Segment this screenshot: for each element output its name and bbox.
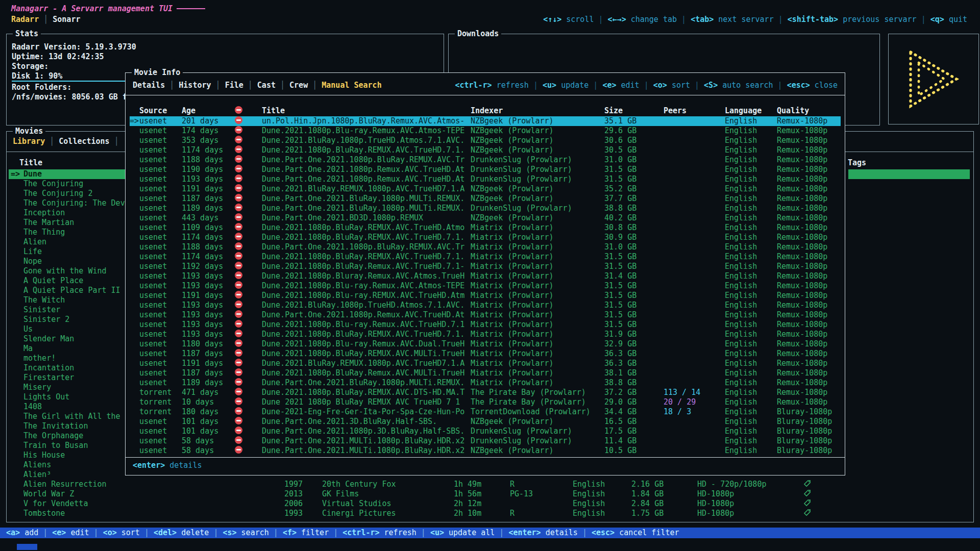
movie-list-item[interactable]: The Girl with All the — [9, 412, 126, 421]
movie-list-item[interactable]: Aliens — [9, 460, 126, 470]
tag-icon — [803, 499, 811, 509]
movie-list-item[interactable]: Us — [9, 324, 126, 334]
movie-list-item[interactable]: =>Dune — [9, 169, 126, 179]
search-result-row[interactable]: usenet101 daysDune.Part.One.2021.3D.BluR… — [130, 417, 841, 427]
search-result-row[interactable]: usenet443 daysDune.Part.One.2021.BD3D.10… — [130, 213, 841, 223]
movie-list-item[interactable]: The Conjuring 2 — [9, 189, 126, 198]
movie-list-item[interactable]: The Conjuring — [9, 179, 126, 189]
movie-list-item[interactable]: Alien Resurrection — [9, 480, 126, 489]
search-result-row[interactable]: torrent180 daysDune-2021-Eng-Fre-Ger-Ita… — [130, 407, 841, 417]
search-result-row[interactable]: usenet174 daysDune.2021.1080p.Blu-ray.Re… — [130, 126, 841, 136]
movie-language: English — [573, 489, 605, 499]
search-result-row[interactable]: usenet1193 daysDune.Part.One.2021.1080p.… — [130, 174, 841, 184]
movie-list-item[interactable]: Sinister — [9, 305, 126, 315]
result-size: 37.7 GB — [604, 194, 636, 204]
movie-list-item[interactable]: The Orphanage — [9, 431, 126, 441]
search-result-row[interactable]: usenet101 daysDune.Part.One.2021.1080p.3… — [130, 427, 841, 436]
search-result-row[interactable]: =>usenet201 daysun.Pol.Hin.Jpn.1080p.Blu… — [130, 116, 841, 126]
search-result-row[interactable]: torrent471 daysDune.2021.1080p.BluRay.RE… — [130, 388, 841, 397]
movie-list-item[interactable]: Firestarter — [9, 373, 126, 383]
result-source: usenet — [139, 116, 167, 126]
movie-year: 1997 — [284, 480, 303, 489]
keybind-key: <u> — [430, 528, 444, 537]
result-peers: 113 / 14 — [664, 388, 700, 397]
movie-list-item[interactable]: Train to Busan — [9, 441, 126, 450]
movie-list-item[interactable]: Slender Man — [9, 334, 126, 344]
search-result-row[interactable]: usenet1193 daysDune.2021.BluRay.1080p.Tr… — [130, 300, 841, 310]
movie-title: Life — [23, 247, 125, 257]
movie-list-item[interactable]: Alien³ — [9, 470, 126, 480]
search-result-row[interactable]: usenet1193 daysDune.Part.One.2021.1080p.… — [130, 310, 841, 320]
search-result-row[interactable]: usenet1191 daysDune.2021.BluRay.REMUX.10… — [130, 184, 841, 194]
movie-list-item[interactable]: Inception — [9, 208, 126, 218]
search-result-row[interactable]: usenet58 daysDune.Part.One.2021.MULTi.10… — [130, 446, 841, 456]
search-result-row[interactable]: usenet353 daysDune.2021.BluRay.1080p.Tru… — [130, 136, 841, 145]
movie-list-item[interactable]: Nope — [9, 257, 126, 266]
result-indexer: Miatrix (Prowlarr) — [471, 310, 600, 320]
result-title: Dune.2021.1080p.Blu-ray.REMUX.AVC.TrueHD… — [262, 291, 469, 300]
result-quality: Remux-1080p — [777, 223, 844, 233]
result-quality: Bluray-1080p — [777, 407, 844, 417]
search-result-row[interactable]: usenet1193 daysDune.2021.1080p.Bluray.Re… — [130, 271, 841, 281]
movie-list-item[interactable]: A Quiet Place Part II — [9, 286, 126, 295]
movie-list-item[interactable]: Gone with the Wind — [9, 266, 126, 276]
movie-list-item[interactable]: The Martian — [9, 218, 126, 228]
movie-title: The Conjuring 2 — [23, 189, 125, 198]
search-result-row[interactable]: usenet1191 daysDune.2021.BluRay.REMUX.10… — [130, 359, 841, 368]
movie-list-item[interactable]: Tombstone — [9, 509, 126, 518]
movie-list-item[interactable]: The Witch — [9, 295, 126, 305]
search-result-row[interactable]: usenet1193 daysDune.2021.1080p.Blu-ray.R… — [130, 320, 841, 330]
search-result-row[interactable]: torrent10 daysDune 2021 1080p BluRay REM… — [130, 397, 841, 407]
movie-list-item[interactable]: Lights Out — [9, 392, 126, 402]
movie-list-item[interactable]: World War Z — [9, 489, 126, 499]
movie-list-item[interactable]: mother! — [9, 354, 126, 363]
search-result-row[interactable]: usenet1191 daysDune.2021.1080p.Blu-ray.R… — [130, 291, 841, 300]
search-result-row[interactable]: usenet1174 daysDune.2021.1080p.BluRay.RE… — [130, 252, 841, 262]
result-source: usenet — [139, 359, 167, 368]
result-size: 34.4 GB — [604, 407, 636, 417]
result-language: English — [725, 233, 757, 242]
result-indexer: NZBgeek (Prowlarr) — [471, 194, 600, 204]
movie-list-item[interactable]: The Invitation — [9, 421, 126, 431]
movie-list-item[interactable]: Ma — [9, 344, 126, 354]
movie-list-item[interactable]: A Quiet Place — [9, 276, 126, 286]
search-result-row[interactable]: usenet1187 daysDune.2021.1080p.BluRay.Re… — [130, 368, 841, 378]
movie-list-item[interactable]: Life — [9, 247, 126, 257]
result-quality: Remux-1080p — [777, 233, 844, 242]
search-result-row[interactable]: usenet1189 daysDune.Part.One.2021.BluRay… — [130, 204, 841, 213]
search-result-row[interactable]: usenet1180 daysDune.2021.1080p.Blu-ray.R… — [130, 339, 841, 349]
movie-list-item[interactable]: Incantation — [9, 363, 126, 373]
search-result-row[interactable]: usenet1192 daysDune.2021.1080p.BluRay.Re… — [130, 262, 841, 271]
result-language: English — [725, 194, 757, 204]
search-result-row[interactable]: usenet1174 daysDune.2021.1080p.BluRay.RE… — [130, 145, 841, 155]
result-indexer: NZBgeek (Prowlarr) — [471, 145, 600, 155]
result-title: Dune.2021.1080p.Blu-ray.Remux.AVC.Atmos-… — [262, 126, 469, 136]
movie-title: A Quiet Place — [23, 276, 125, 286]
movie-list-item[interactable]: The Thing — [9, 228, 126, 237]
movie-list-item[interactable]: V for Vendetta — [9, 499, 126, 509]
search-result-row[interactable]: usenet1193 daysDune.2021.1080p.BluRay.RE… — [130, 330, 841, 339]
search-result-row[interactable]: usenet1189 daysDune.Part.One.2021.BluRay… — [130, 378, 841, 388]
search-result-row[interactable]: usenet1188 daysDune.Part.One.2021.1080p.… — [130, 242, 841, 252]
search-result-row[interactable]: usenet1174 daysDune.2021.1080p.BluRay.RE… — [130, 233, 841, 242]
result-language: English — [725, 446, 757, 456]
result-language: English — [725, 320, 757, 330]
search-result-row[interactable]: usenet1187 daysDune.2021.1080p.BluRay.RE… — [130, 349, 841, 359]
search-result-row[interactable]: usenet1188 daysDune.Part.One.2021.1080p.… — [130, 155, 841, 165]
result-age: 1193 days — [182, 300, 223, 310]
movie-list-item[interactable]: 1408 — [9, 402, 126, 412]
search-result-row[interactable]: usenet1190 daysDune.Part.One.2021.1080p.… — [130, 165, 841, 174]
movie-list-item[interactable]: The Conjuring: The Dev — [9, 198, 126, 208]
search-result-row[interactable]: usenet1187 daysDune.Part.One.2021.BluRay… — [130, 194, 841, 204]
search-result-row[interactable]: usenet58 daysDune.Part.One.2021.MULTi.10… — [130, 436, 841, 446]
movie-list-item[interactable]: Alien — [9, 237, 126, 247]
movie-list-item[interactable]: His House — [9, 450, 126, 460]
movie-list-item[interactable]: Sinister 2 — [9, 315, 126, 324]
movie-list-item[interactable]: Misery — [9, 383, 126, 392]
result-source: usenet — [139, 368, 167, 378]
result-title: Dune.Part.One.2021.1080p.Remux.AVC.TrueH… — [262, 310, 469, 320]
result-quality: Remux-1080p — [777, 136, 844, 145]
result-quality: Remux-1080p — [777, 252, 844, 262]
search-result-row[interactable]: usenet1193 daysDune.2021.1080p.Blu-ray.R… — [130, 281, 841, 291]
search-result-row[interactable]: usenet1109 daysDune.2021.1080p.BluRay.RE… — [130, 223, 841, 233]
